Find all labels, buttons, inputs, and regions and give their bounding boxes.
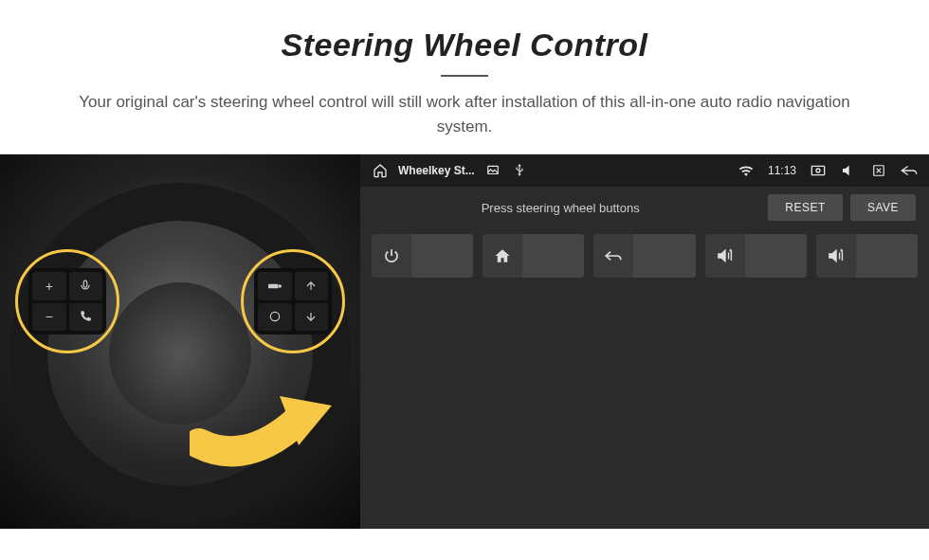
status-app-title: Wheelkey St... bbox=[398, 164, 475, 177]
status-time: 11:13 bbox=[768, 164, 796, 177]
status-left: Wheelkey St... bbox=[372, 162, 528, 179]
reset-button[interactable]: RESET bbox=[768, 194, 843, 221]
header: Steering Wheel Control Your original car… bbox=[0, 0, 929, 154]
status-right: 11:13 bbox=[738, 162, 918, 179]
map-slot-empty bbox=[856, 234, 918, 278]
instruction-row: Press steering wheel buttons RESET SAVE bbox=[360, 187, 929, 228]
undo-icon bbox=[593, 234, 633, 278]
map-slot-empty bbox=[633, 234, 695, 278]
map-slot-empty bbox=[522, 234, 584, 278]
map-slot-back[interactable] bbox=[593, 234, 695, 278]
status-bar: Wheelkey St... 11:13 bbox=[360, 154, 929, 187]
power-icon bbox=[372, 234, 411, 278]
title-divider bbox=[441, 75, 488, 77]
head-unit-screen: Wheelkey St... 11:13 bbox=[360, 154, 929, 529]
map-slot-empty bbox=[411, 234, 473, 278]
svg-rect-4 bbox=[811, 166, 824, 174]
svg-point-5 bbox=[816, 169, 820, 172]
usb-icon bbox=[511, 162, 528, 179]
back-icon[interactable] bbox=[901, 162, 918, 179]
map-slot-volup-1[interactable] bbox=[705, 234, 807, 278]
highlight-circle-right bbox=[241, 249, 345, 353]
steering-wheel-photo: + − bbox=[0, 154, 360, 529]
volume-up-icon bbox=[705, 234, 745, 278]
panel-filler bbox=[360, 283, 929, 529]
mute-icon[interactable] bbox=[840, 162, 857, 179]
map-slot-empty bbox=[745, 234, 807, 278]
wheel-hub bbox=[109, 282, 251, 425]
page-title: Steering Wheel Control bbox=[19, 27, 910, 63]
map-slot-home[interactable] bbox=[483, 234, 584, 278]
map-slot-power[interactable] bbox=[372, 234, 473, 278]
picture-icon bbox=[484, 162, 501, 179]
content-area: + − bbox=[0, 154, 929, 529]
close-icon[interactable] bbox=[870, 162, 887, 179]
map-slot-volup-2[interactable] bbox=[816, 234, 918, 278]
home-icon[interactable] bbox=[372, 162, 389, 179]
highlight-circle-left bbox=[15, 249, 119, 353]
screenshot-icon[interactable] bbox=[810, 162, 827, 179]
instruction-text: Press steering wheel buttons bbox=[360, 201, 760, 215]
wifi-icon bbox=[738, 162, 755, 179]
page-subtitle: Your original car's steering wheel contr… bbox=[57, 90, 872, 138]
home-icon bbox=[483, 234, 522, 278]
save-button[interactable]: SAVE bbox=[850, 194, 916, 221]
volume-up-icon bbox=[816, 234, 856, 278]
mapping-row bbox=[360, 228, 929, 283]
